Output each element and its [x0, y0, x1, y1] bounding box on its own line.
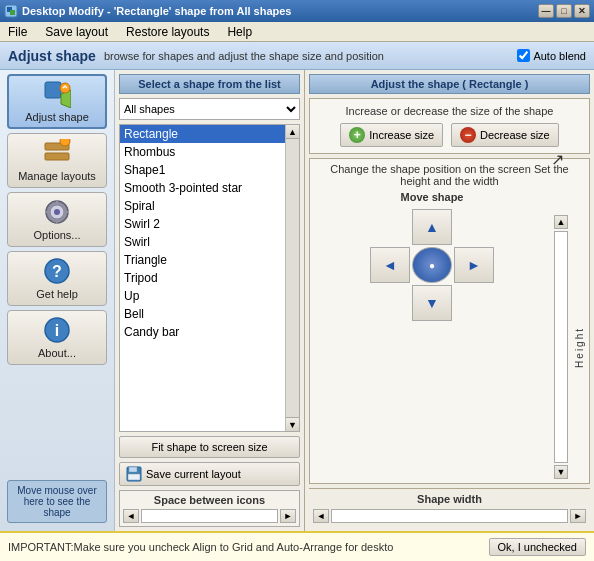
adjust-panel: Adjust the shape ( Rectangle ) Increase …: [305, 70, 594, 531]
minimize-button[interactable]: —: [538, 4, 554, 18]
sidebar: Adjust shape Manage layouts: [0, 70, 115, 531]
status-ok-button[interactable]: Ok, I unchecked: [489, 538, 587, 556]
svg-rect-13: [56, 219, 58, 224]
space-slider-right[interactable]: ►: [280, 509, 296, 523]
title-bar: Desktop Modify - 'Rectangle' shape from …: [0, 0, 594, 22]
shape-item-swirl2[interactable]: Swirl 2: [120, 215, 285, 233]
shape-item-shape1[interactable]: Shape1: [120, 161, 285, 179]
height-label-container: Height: [574, 215, 585, 479]
adjust-shape-icon: [43, 80, 71, 108]
get-help-icon: ?: [43, 257, 71, 285]
shape-item-spiral[interactable]: Spiral: [120, 197, 285, 215]
menu-file[interactable]: File: [4, 25, 31, 39]
size-title: Increase or decrease the size of the sha…: [316, 105, 583, 117]
shape-item-rectangle[interactable]: Rectangle: [120, 125, 285, 143]
grid-empty-bl: [370, 285, 410, 321]
shape-panel-title: Select a shape from the list: [138, 78, 280, 90]
shape-item-rhombus[interactable]: Rhombus: [120, 143, 285, 161]
height-up-arrow[interactable]: ▲: [554, 215, 568, 229]
manage-layouts-icon: [43, 139, 71, 167]
width-section: Shape width ◄ ►: [309, 488, 590, 527]
svg-rect-12: [56, 200, 58, 205]
maximize-button[interactable]: □: [556, 4, 572, 18]
size-section: Increase or decrease the size of the sha…: [309, 98, 590, 154]
status-text: IMPORTANT:Make sure you uncheck Align to…: [8, 541, 481, 553]
height-down-arrow[interactable]: ▼: [554, 465, 568, 479]
move-center-button[interactable]: ●: [412, 247, 452, 283]
about-icon: i: [43, 316, 71, 344]
increase-size-button[interactable]: + Increase size: [340, 123, 443, 147]
auto-blend-container: Auto blend: [517, 49, 586, 62]
sidebar-btn-about[interactable]: i About...: [7, 310, 107, 365]
svg-point-8: [60, 139, 70, 146]
main-content: Adjust shape Manage layouts: [0, 70, 594, 531]
space-slider-left[interactable]: ◄: [123, 509, 139, 523]
shape-list: Rectangle Rhombus Shape1 Smooth 3-pointe…: [120, 125, 285, 431]
shape-item-triangle[interactable]: Triangle: [120, 251, 285, 269]
auto-blend-label: Auto blend: [533, 50, 586, 62]
svg-rect-2: [10, 10, 15, 15]
fit-shape-button[interactable]: Fit shape to screen size: [119, 436, 300, 458]
shape-item-tripod[interactable]: Tripod: [120, 269, 285, 287]
menu-save-layout[interactable]: Save layout: [41, 25, 112, 39]
decrease-size-button[interactable]: − Decrease size: [451, 123, 559, 147]
svg-rect-3: [45, 82, 61, 98]
position-inner: Move shape ▲ ◄ ● ► ▼: [314, 191, 585, 479]
save-layout-label: Save current layout: [146, 468, 241, 480]
shape-panel: Select a shape from the list All shapes …: [115, 70, 305, 531]
move-left-button[interactable]: ◄: [370, 247, 410, 283]
sidebar-label-about: About...: [38, 347, 76, 359]
header-subtitle: browse for shapes and adjust the shape s…: [104, 50, 509, 62]
svg-text:i: i: [55, 322, 59, 339]
move-shape-label: Move shape: [401, 191, 464, 203]
width-slider-track[interactable]: [331, 509, 568, 523]
app-icon: [4, 4, 18, 18]
sidebar-label-get-help: Get help: [36, 288, 78, 300]
move-up-button[interactable]: ▲: [412, 209, 452, 245]
decrease-size-label: Decrease size: [480, 129, 550, 141]
svg-rect-21: [129, 467, 137, 472]
options-icon: [43, 198, 71, 226]
position-title: Change the shape position on the screen …: [314, 163, 585, 187]
move-right-button[interactable]: ►: [454, 247, 494, 283]
close-button[interactable]: ✕: [574, 4, 590, 18]
scrollbar-down-arrow[interactable]: ▼: [286, 417, 300, 431]
sidebar-btn-adjust-shape[interactable]: Adjust shape: [7, 74, 107, 129]
svg-rect-7: [45, 153, 69, 160]
header-strip: Adjust shape browse for shapes and adjus…: [0, 42, 594, 70]
svg-point-5: [60, 83, 70, 93]
sidebar-btn-manage-layouts[interactable]: Manage layouts: [7, 133, 107, 188]
shape-list-scrollbar[interactable]: ▲ ▼: [285, 125, 299, 431]
space-slider-track[interactable]: [141, 509, 278, 523]
shape-item-up[interactable]: Up: [120, 287, 285, 305]
shape-item-candy-bar[interactable]: Candy bar: [120, 323, 285, 341]
width-label: Shape width: [313, 493, 586, 505]
shape-item-bell[interactable]: Bell: [120, 305, 285, 323]
move-shape-area: Move shape ▲ ◄ ● ► ▼: [314, 191, 550, 479]
menu-help[interactable]: Help: [223, 25, 256, 39]
save-layout-button[interactable]: Save current layout: [119, 462, 300, 486]
svg-rect-14: [45, 211, 50, 213]
middle-section: Select a shape from the list All shapes …: [115, 70, 594, 531]
shape-item-swirl[interactable]: Swirl: [120, 233, 285, 251]
width-slider-left[interactable]: ◄: [313, 509, 329, 523]
auto-blend-checkbox[interactable]: [517, 49, 530, 62]
sidebar-btn-get-help[interactable]: ? Get help: [7, 251, 107, 306]
adjust-panel-header: Adjust the shape ( Rectangle ): [309, 74, 590, 94]
scrollbar-up-arrow[interactable]: ▲: [286, 125, 300, 139]
menu-restore-layouts[interactable]: Restore layouts: [122, 25, 213, 39]
space-between-section: Space between icons ◄ ►: [119, 490, 300, 527]
status-bar: IMPORTANT:Make sure you uncheck Align to…: [0, 531, 594, 561]
svg-rect-22: [128, 474, 140, 480]
height-slider: ▲ ▼: [554, 215, 568, 479]
shape-dropdown[interactable]: All shapes: [119, 98, 300, 120]
height-slider-track[interactable]: [554, 231, 568, 463]
arrow-grid: ▲ ◄ ● ► ▼: [370, 209, 494, 321]
svg-text:?: ?: [52, 263, 62, 280]
sidebar-btn-options[interactable]: Options...: [7, 192, 107, 247]
move-down-button[interactable]: ▼: [412, 285, 452, 321]
decrease-icon: −: [460, 127, 476, 143]
width-slider-right[interactable]: ►: [570, 509, 586, 523]
shape-item-smooth-star[interactable]: Smooth 3-pointed star: [120, 179, 285, 197]
mouse-hover-label: Move mouse over here to see the shape: [17, 485, 96, 518]
